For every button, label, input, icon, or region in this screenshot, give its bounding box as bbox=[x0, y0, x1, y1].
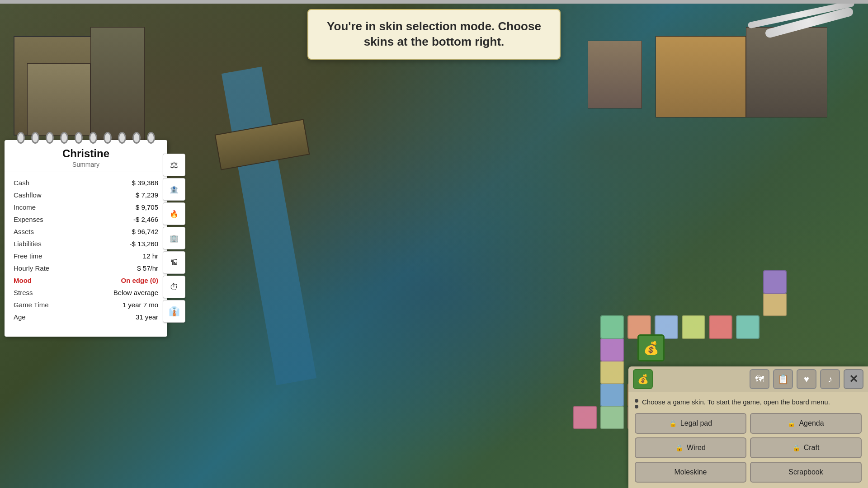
notification-text: You're in skin selection mode. Choose sk… bbox=[326, 19, 542, 50]
stat-value-6: 12 hr bbox=[143, 252, 158, 260]
ring-6 bbox=[89, 132, 97, 144]
panel-content: Choose a game skin. To start the game, o… bbox=[628, 392, 868, 488]
skin-btn-agenda[interactable]: 🔒Agenda bbox=[750, 413, 862, 434]
stat-label-1: Cashflow bbox=[14, 191, 42, 199]
tile-16 bbox=[763, 293, 787, 316]
tile-10 bbox=[600, 315, 624, 339]
income-icon-btn[interactable]: 🏦 bbox=[163, 178, 185, 201]
tile-8 bbox=[600, 361, 624, 384]
stat-label-7: Hourly Rate bbox=[14, 264, 49, 272]
assets-icon-btn[interactable]: 🏢 bbox=[163, 227, 185, 249]
stat-row-3: Expenses -$ 2,466 bbox=[14, 213, 158, 225]
panel-icons-left: 💰 bbox=[633, 369, 653, 389]
tie-icon-btn[interactable]: 👔 bbox=[163, 300, 185, 323]
tile-9 bbox=[600, 338, 624, 361]
stat-row-11: Age 31 year bbox=[14, 311, 158, 323]
lock-icon-craft: 🔒 bbox=[793, 444, 800, 451]
skin-label-moleskine: Moleskine bbox=[674, 468, 707, 476]
stat-value-5: -$ 13,260 bbox=[130, 240, 158, 248]
ring-2 bbox=[31, 132, 39, 144]
building-6 bbox=[588, 41, 642, 108]
money-icon-btn[interactable]: 💰 bbox=[633, 369, 653, 389]
notebook-subtitle: Summary bbox=[14, 161, 158, 168]
ring-9 bbox=[132, 132, 141, 144]
stat-value-10: 1 year 7 mo bbox=[123, 301, 158, 309]
stat-row-7: Hourly Rate $ 57/hr bbox=[14, 262, 158, 274]
stat-row-1: Cashflow $ 7,239 bbox=[14, 189, 158, 201]
expense-icon-btn[interactable]: 🔥 bbox=[163, 202, 185, 225]
clock-icon-btn[interactable]: ⏱ bbox=[163, 276, 185, 298]
ring-1 bbox=[17, 132, 25, 144]
ring-5 bbox=[75, 132, 83, 144]
heart-icon-btn[interactable]: ♥ bbox=[797, 369, 816, 389]
stat-value-4: $ 96,742 bbox=[132, 228, 158, 235]
map-icon-btn[interactable]: 🗺 bbox=[750, 369, 769, 389]
dot-1 bbox=[635, 399, 638, 403]
active-tile[interactable]: 💰 bbox=[637, 334, 665, 361]
stat-value-8: On edge (0) bbox=[121, 277, 158, 284]
list-icon-btn[interactable]: 📋 bbox=[773, 369, 793, 389]
side-icons-panel: ⚖ 🏦 🔥 🏢 🏗 ⏱ 👔 bbox=[163, 154, 185, 323]
skin-grid: 🔒Legal pad🔒Agenda🔒Wired🔒CraftMoleskineSc… bbox=[635, 413, 862, 483]
stat-row-4: Assets $ 96,742 bbox=[14, 225, 158, 238]
lock-icon-agenda: 🔒 bbox=[788, 420, 795, 427]
skin-btn-scrapbook[interactable]: Scrapbook bbox=[750, 462, 862, 483]
skin-btn-wired[interactable]: 🔒Wired bbox=[635, 437, 746, 458]
ring-7 bbox=[104, 132, 112, 144]
stat-value-9: Below average bbox=[113, 289, 158, 296]
skin-btn-moleskine[interactable]: Moleskine bbox=[635, 462, 746, 483]
notebook-stats: Cash $ 39,368 Cashflow $ 7,239 Income $ … bbox=[5, 172, 167, 328]
ring-8 bbox=[118, 132, 126, 144]
stat-label-0: Cash bbox=[14, 179, 29, 187]
stat-label-4: Assets bbox=[14, 228, 34, 235]
tile-7 bbox=[600, 383, 624, 407]
tile-25 bbox=[600, 406, 624, 429]
stat-label-2: Income bbox=[14, 203, 36, 211]
stat-value-0: $ 39,368 bbox=[132, 179, 158, 187]
ring-10 bbox=[147, 132, 155, 144]
skin-btn-legal-pad[interactable]: 🔒Legal pad bbox=[635, 413, 746, 434]
skin-label-agenda: Agenda bbox=[799, 419, 824, 427]
tile-14 bbox=[709, 315, 732, 339]
description-area: Choose a game skin. To start the game, o… bbox=[635, 397, 862, 413]
stat-label-3: Expenses bbox=[14, 216, 43, 223]
stat-row-9: Stress Below average bbox=[14, 286, 158, 299]
bottom-right-panel: 💰 🗺 📋 ♥ ♪ ✕ Choose a game skin. To start… bbox=[628, 366, 868, 488]
notification-box: You're in skin selection mode. Choose sk… bbox=[307, 9, 561, 60]
panel-topbar: 💰 🗺 📋 ♥ ♪ ✕ bbox=[628, 366, 868, 392]
panel-description: Choose a game skin. To start the game, o… bbox=[642, 397, 830, 407]
notebook-header: Christine Summary bbox=[5, 140, 167, 172]
music-icon-btn[interactable]: ♪ bbox=[820, 369, 840, 389]
tile-15 bbox=[736, 315, 760, 339]
top-bar bbox=[0, 0, 868, 4]
close-icon-btn[interactable]: ✕ bbox=[844, 369, 863, 389]
stat-row-2: Income $ 9,705 bbox=[14, 201, 158, 213]
skin-label-legal-pad: Legal pad bbox=[680, 419, 712, 427]
tile-26 bbox=[573, 406, 597, 429]
stat-label-8: Mood bbox=[14, 277, 32, 284]
balance-scale-icon-btn[interactable]: ⚖ bbox=[163, 154, 185, 176]
stat-value-3: -$ 2,466 bbox=[133, 216, 158, 223]
panel-icons-right: 🗺 📋 ♥ ♪ ✕ bbox=[750, 369, 863, 389]
stat-label-9: Stress bbox=[14, 289, 33, 296]
building-3 bbox=[90, 27, 145, 140]
stat-label-10: Game Time bbox=[14, 301, 49, 309]
notebook-panel: Christine Summary Cash $ 39,368 Cashflow… bbox=[5, 140, 167, 337]
skin-label-craft: Craft bbox=[804, 444, 820, 452]
stat-row-6: Free time 12 hr bbox=[14, 250, 158, 262]
player-name: Christine bbox=[14, 147, 158, 160]
building-icon-btn[interactable]: 🏗 bbox=[163, 251, 185, 274]
building-4 bbox=[656, 36, 746, 117]
stat-value-7: $ 57/hr bbox=[137, 264, 158, 272]
stat-value-2: $ 9,705 bbox=[136, 203, 158, 211]
stat-label-5: Liabilities bbox=[14, 240, 42, 248]
stat-row-10: Game Time 1 year 7 mo bbox=[14, 299, 158, 311]
stat-row-0: Cash $ 39,368 bbox=[14, 177, 158, 189]
ring-3 bbox=[46, 132, 54, 144]
building-2 bbox=[27, 63, 90, 136]
ring-4 bbox=[60, 132, 68, 144]
building-5 bbox=[746, 27, 827, 117]
skin-btn-craft[interactable]: 🔒Craft bbox=[750, 437, 862, 458]
dot-list bbox=[635, 399, 638, 408]
tile-13 bbox=[682, 315, 705, 339]
